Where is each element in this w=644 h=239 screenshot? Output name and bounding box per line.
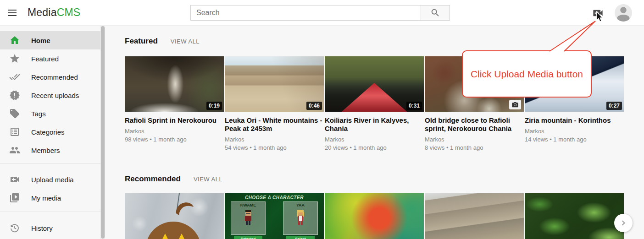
- video-author[interactable]: Markos: [525, 128, 624, 135]
- search-input[interactable]: [190, 5, 421, 21]
- video-card: [125, 193, 224, 239]
- video-author[interactable]: Markos: [325, 136, 424, 143]
- video-card: [325, 193, 424, 239]
- sidebar-item-home[interactable]: Home: [0, 31, 100, 49]
- chevron-right-icon: [619, 218, 628, 228]
- section-title-featured: Featured: [125, 37, 158, 46]
- pixel-character: [296, 210, 305, 226]
- video-meta: 8 views • 1 month ago: [425, 144, 524, 151]
- sidebar-item-label: Members: [31, 147, 60, 154]
- video-thumbnail[interactable]: [425, 193, 524, 239]
- sidebar-item-history[interactable]: History: [0, 219, 100, 237]
- people-icon: [9, 145, 20, 156]
- video-card: 0:46 Leuka Ori - White mountains - Peak …: [225, 56, 324, 151]
- logo-text-cms: CMS: [57, 6, 81, 18]
- sidebar-item-recent-uploads[interactable]: Recent uploads: [0, 86, 100, 104]
- sidebar-item-label: Home: [31, 37, 50, 44]
- sidebar-divider: [0, 163, 100, 164]
- video-title[interactable]: Ziria mountain - Korinthos: [525, 116, 624, 125]
- game-character-panel: KWAME: [231, 201, 266, 235]
- app-logo[interactable]: MediaCMS: [28, 6, 80, 19]
- sidebar-nav: Home Featured Recommended Recent uploads…: [0, 26, 100, 239]
- video-meta: 98 views • 1 month ago: [125, 136, 224, 143]
- search-button[interactable]: [421, 5, 450, 21]
- video-author[interactable]: Markos: [425, 136, 524, 143]
- recommended-section-header: Recommended VIEW ALL: [125, 174, 222, 184]
- featured-view-all-link[interactable]: VIEW ALL: [171, 38, 200, 45]
- duration-badge: 0:19: [206, 102, 222, 110]
- video-thumbnail[interactable]: 0:19: [125, 56, 224, 112]
- thumbnail-art: [342, 83, 407, 112]
- sidebar-item-upload-media[interactable]: Upload media: [0, 170, 100, 189]
- video-meta: 20 views • 1 month ago: [325, 144, 424, 151]
- video-author[interactable]: Markos: [225, 136, 324, 143]
- sidebar-scrollbar: [100, 26, 105, 239]
- video-plus-icon: [9, 174, 20, 185]
- sidebar-item-label: Recent uploads: [31, 92, 79, 99]
- annotation-callout: Click Upload Media button: [462, 50, 592, 98]
- photo-media-badge: [509, 100, 521, 109]
- search-icon: [430, 8, 440, 18]
- pumpkin-art: [125, 193, 224, 239]
- new-releases-icon: [9, 90, 20, 101]
- video-thumbnail[interactable]: [525, 193, 624, 239]
- tag-icon: [9, 108, 20, 119]
- mouse-cursor-icon: [595, 12, 605, 23]
- sidebar-item-featured[interactable]: Featured: [0, 49, 100, 68]
- video-card: 0:31 Koiliaris River in Kalyves, Chania …: [325, 56, 424, 151]
- video-card: [525, 193, 624, 239]
- duration-badge: 0:27: [606, 102, 622, 110]
- pixel-character: [244, 210, 253, 226]
- recommended-video-row: CHOOSE A CHARACTER KWAME YAA Selected: [125, 193, 624, 239]
- sidebar-item-label: Featured: [31, 55, 59, 63]
- logo-text-media: Media: [28, 6, 57, 18]
- game-character-name: KWAME: [231, 203, 265, 207]
- sidebar-item-tags[interactable]: Tags: [0, 104, 100, 123]
- sidebar-item-my-media[interactable]: My media: [0, 189, 100, 207]
- duration-badge: 0:31: [406, 102, 422, 110]
- menu-hamburger-icon[interactable]: [6, 7, 18, 18]
- sidebar-item-label: Tags: [31, 110, 46, 118]
- video-thumbnail[interactable]: CHOOSE A CHARACTER KWAME YAA Selected: [225, 193, 324, 239]
- sidebar-item-categories[interactable]: Categories: [0, 123, 100, 141]
- video-title[interactable]: Koiliaris River in Kalyves, Chania: [325, 116, 424, 133]
- sidebar-item-recommended[interactable]: Recommended: [0, 68, 100, 86]
- video-card: CHOOSE A CHARACTER KWAME YAA Selected: [225, 193, 324, 239]
- video-thumbnail[interactable]: [325, 193, 424, 239]
- video-thumbnail[interactable]: [125, 193, 224, 239]
- section-title-recommended: Recommended: [125, 174, 181, 184]
- sidebar-item-label: History: [31, 224, 53, 232]
- sidebar-item-members[interactable]: Members: [0, 141, 100, 159]
- annotation-arrow: [546, 17, 601, 54]
- video-card: [425, 193, 524, 239]
- game-character-panel: YAA: [283, 201, 318, 235]
- video-library-icon: [9, 192, 20, 203]
- game-selected-button: Selected: [234, 236, 262, 239]
- carousel-next-button[interactable]: [614, 214, 633, 232]
- camera-icon: [511, 101, 519, 109]
- list-icon: [9, 126, 20, 137]
- game-select-button: Select: [286, 236, 315, 239]
- duration-badge: 0:46: [306, 102, 322, 110]
- sidebar-scrollbar-thumb[interactable]: [101, 26, 105, 239]
- video-title[interactable]: Leuka Ori - White mountains - Peak at 24…: [225, 116, 324, 133]
- sidebar-item-label: Upload media: [31, 176, 74, 184]
- video-card: 0:19 Rafioli Sprint in Nerokourou Markos…: [125, 56, 224, 151]
- video-thumbnail[interactable]: 0:46: [225, 56, 324, 112]
- sidebar-item-label: My media: [31, 194, 61, 202]
- search-bar: [190, 5, 450, 21]
- video-meta: 14 views • 1 month ago: [525, 136, 624, 143]
- user-avatar[interactable]: [615, 4, 632, 22]
- video-title[interactable]: Rafioli Sprint in Nerokourou: [125, 116, 224, 125]
- video-title[interactable]: Old bridge close to Rafioli sprint, Nero…: [425, 116, 524, 133]
- video-meta: 54 views • 1 month ago: [225, 144, 324, 151]
- game-title-text: CHOOSE A CHARACTER: [225, 195, 324, 200]
- video-author[interactable]: Markos: [125, 128, 224, 135]
- home-icon: [9, 35, 20, 46]
- double-check-icon: [9, 71, 20, 82]
- video-thumbnail[interactable]: 0:31: [325, 56, 424, 112]
- sidebar-item-label: Categories: [31, 128, 65, 136]
- star-icon: [9, 53, 20, 64]
- recommended-view-all-link[interactable]: VIEW ALL: [194, 176, 222, 183]
- game-character-name: YAA: [283, 203, 317, 207]
